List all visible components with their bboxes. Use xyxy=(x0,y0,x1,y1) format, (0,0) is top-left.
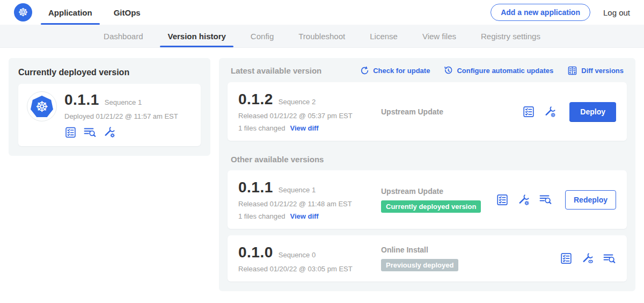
version-card-0-1-0: 0.1.0 Sequence 0 Released 01/20/22 @ 03:… xyxy=(228,235,627,282)
version-source: Upstream Update xyxy=(381,107,522,116)
view-logs-icon[interactable] xyxy=(83,126,97,139)
view-diff-link[interactable]: View diff xyxy=(290,212,318,220)
files-changed-label: 1 files changed xyxy=(238,124,285,132)
version-sequence: Sequence 1 xyxy=(279,186,316,194)
diff-icon xyxy=(567,66,577,76)
logout-button[interactable]: Log out xyxy=(603,8,630,17)
available-versions-panel: Latest available version Check for updat… xyxy=(219,58,635,291)
tab-application[interactable]: Application xyxy=(47,0,93,25)
tab-dashboard[interactable]: Dashboard xyxy=(104,25,143,47)
currently-deployed-panel: Currently deployed version ☸ 0.1.1 Seque… xyxy=(9,58,210,156)
tab-config[interactable]: Config xyxy=(251,25,274,47)
preflight-checklist-icon[interactable] xyxy=(496,193,509,206)
version-card-0-1-2: 0.1.2 Sequence 2 Released 01/21/22 @ 05:… xyxy=(228,82,627,141)
topnav-tabs: Application GitOps xyxy=(47,0,142,25)
kubernetes-heptagon: ☸ xyxy=(31,96,53,117)
latest-version-title: Latest available version xyxy=(231,66,321,75)
view-config-icon[interactable] xyxy=(581,252,594,265)
version-number: 0.1.2 xyxy=(238,91,273,108)
view-diff-link[interactable]: View diff xyxy=(290,124,318,132)
version-sequence: Sequence 2 xyxy=(279,98,316,106)
released-timestamp: Released 01/21/22 @ 11:48 am EST xyxy=(238,200,374,208)
tab-gitops[interactable]: GitOps xyxy=(113,0,142,25)
preflight-checklist-icon[interactable] xyxy=(560,252,573,265)
topnav-right: Add a new application Log out xyxy=(491,4,630,21)
deployed-panel-title: Currently deployed version xyxy=(18,68,201,77)
version-source: Online Install xyxy=(381,246,560,254)
app-logo: ☸ xyxy=(27,91,57,121)
deploy-button[interactable]: Deploy xyxy=(569,102,616,121)
preflight-checklist-icon[interactable] xyxy=(522,105,535,118)
diff-versions-link[interactable]: Diff versions xyxy=(567,66,624,76)
tab-view-files[interactable]: View files xyxy=(422,25,456,47)
other-versions-title: Other available versions xyxy=(231,155,624,164)
released-timestamp: Released 01/20/22 @ 03:05 pm EST xyxy=(238,265,374,273)
add-application-button[interactable]: Add a new application xyxy=(491,4,590,21)
tab-version-history[interactable]: Version history xyxy=(167,25,225,47)
version-number: 0.1.0 xyxy=(238,244,273,261)
kubernetes-helm-icon: ☸ xyxy=(18,7,28,18)
version-number: 0.1.1 xyxy=(238,179,273,196)
files-changed-label: 1 files changed xyxy=(238,212,285,220)
deployed-sequence: Sequence 1 xyxy=(105,98,142,106)
deployed-version-card: ☸ 0.1.1 Sequence 1 Deployed 01/21/22 @ 1… xyxy=(18,84,201,146)
deployed-timestamp: Deployed 01/21/22 @ 11:57 am EST xyxy=(64,112,178,120)
kubernetes-helm-icon: ☸ xyxy=(35,99,48,114)
previously-deployed-badge: Previously deployed xyxy=(381,259,458,271)
schedule-update-icon xyxy=(444,66,453,75)
check-for-update-link[interactable]: Check for update xyxy=(360,66,430,75)
edit-config-icon[interactable] xyxy=(103,126,116,139)
currently-deployed-badge: Currently deployed version xyxy=(381,200,481,213)
released-timestamp: Released 01/21/22 @ 05:37 pm EST xyxy=(238,112,374,120)
refresh-icon xyxy=(360,66,369,75)
version-source: Upstream Update xyxy=(381,187,496,196)
edit-config-icon[interactable] xyxy=(517,193,530,206)
redeploy-button[interactable]: Redeploy xyxy=(565,190,616,210)
preflight-checklist-icon[interactable] xyxy=(64,126,77,139)
view-logs-icon[interactable] xyxy=(539,193,552,206)
top-nav: ☸ Application GitOps Add a new applicati… xyxy=(0,0,644,25)
app-sub-nav: Dashboard Version history Config Trouble… xyxy=(0,25,644,48)
version-card-0-1-1: 0.1.1 Sequence 1 Released 01/21/22 @ 11:… xyxy=(228,170,627,229)
edit-config-icon[interactable] xyxy=(544,105,557,118)
tab-troubleshoot[interactable]: Troubleshoot xyxy=(298,25,345,47)
view-logs-icon[interactable] xyxy=(603,252,616,265)
tab-registry-settings[interactable]: Registry settings xyxy=(481,25,540,47)
deployed-version-number: 0.1.1 xyxy=(64,91,99,109)
configure-automatic-updates-link[interactable]: Configure automatic updates xyxy=(444,66,553,75)
kubernetes-logo: ☸ xyxy=(14,3,32,21)
tab-license[interactable]: License xyxy=(370,25,398,47)
version-sequence: Sequence 0 xyxy=(279,251,316,259)
deployed-version-info: 0.1.1 Sequence 1 Deployed 01/21/22 @ 11:… xyxy=(64,91,178,139)
